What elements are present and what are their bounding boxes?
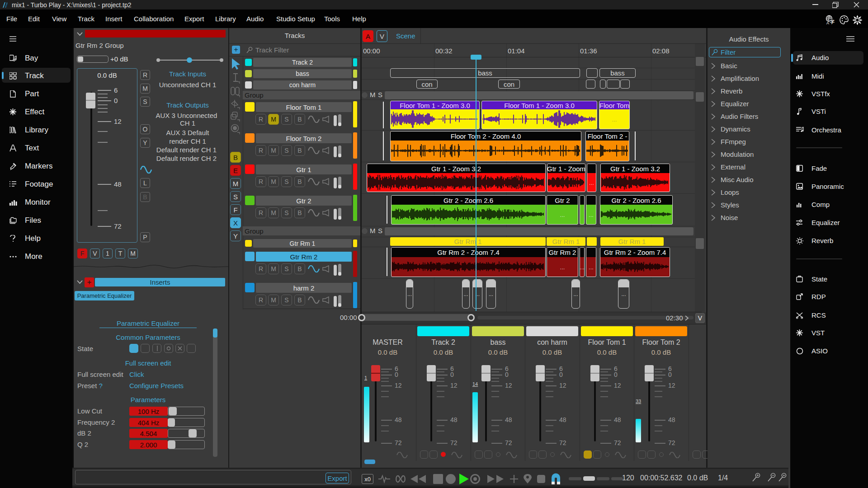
svg-text:字: 字 — [830, 19, 835, 24]
svg-text:A: A — [826, 21, 829, 24]
